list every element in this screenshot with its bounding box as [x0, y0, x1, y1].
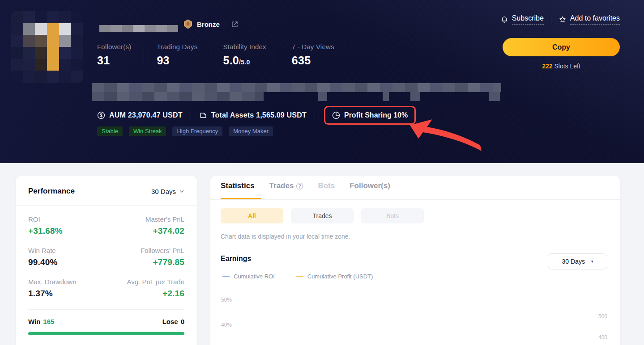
tab-trades[interactable]: Trades ?: [269, 181, 303, 190]
lose-count: Lose0: [162, 318, 184, 325]
dollar-circle-icon: [97, 111, 105, 119]
badge-label: Bronze: [197, 21, 220, 28]
left-axis-tick: 50%: [221, 297, 232, 303]
metric-masters-pnl: Master's PnL +374.02: [107, 215, 185, 236]
win-lose-row: Win165 Lose0: [28, 309, 184, 325]
external-link-icon[interactable]: [230, 20, 239, 29]
gridline: [236, 325, 595, 325]
hero-stats-row: Follower(s) 31 Trading Days 93 Stability…: [97, 43, 334, 67]
tabs-bar: Statistics Trades ? Bots Follower(s): [210, 176, 620, 200]
subscribe-button[interactable]: Subscribe: [500, 14, 544, 25]
profit-legend-swatch: [296, 276, 303, 277]
add-to-favorites-button[interactable]: Add to favorites: [559, 14, 620, 25]
filter-trades[interactable]: Trades: [291, 208, 354, 223]
trader-bio-blurred: [92, 83, 501, 101]
trader-name-blurred: [99, 18, 178, 32]
performance-title: Performance: [28, 187, 75, 196]
divider: [279, 45, 279, 65]
metric-roi: ROI +31.68%: [28, 215, 107, 236]
filter-all[interactable]: All: [221, 208, 283, 223]
divider: [191, 111, 191, 120]
aum-value: AUM 23,970.47 USDT: [97, 111, 183, 119]
tab-statistics[interactable]: Statistics: [221, 181, 255, 190]
filter-bots[interactable]: Bots: [361, 208, 424, 223]
performance-period-dropdown[interactable]: 30 Days: [151, 188, 184, 195]
metric-avg-pnl: Avg. PnL per Trade +2.16: [107, 278, 185, 299]
right-axis-tick: 400: [598, 334, 607, 341]
chevron-down-icon: [179, 189, 184, 194]
bronze-badge-icon: [183, 19, 193, 29]
timezone-note: Chart data is displayed in your local ti…: [221, 233, 620, 240]
slots-left: 222 Slots Left: [503, 63, 620, 70]
legend-cumulative-profit[interactable]: Cumulative Profit (USDT): [296, 273, 373, 280]
performance-card: Performance 30 Days ROI +31.68% Master's…: [16, 176, 197, 345]
copy-button[interactable]: Copy: [503, 38, 620, 56]
tab-followers[interactable]: Follower(s): [350, 181, 390, 190]
trader-tags: Stable Win Streak High Frequency Money M…: [97, 126, 273, 136]
question-circle-icon: ?: [296, 183, 303, 189]
win-lose-ratio-bar: [28, 332, 184, 335]
legend-cumulative-roi[interactable]: Cumulative ROI: [222, 273, 275, 280]
star-icon: [559, 16, 567, 24]
stat-stability-index: Stability Index 5.0/5.0: [223, 43, 266, 67]
assets-doc-icon: [199, 111, 207, 119]
trader-badge: Bronze: [183, 19, 239, 29]
hero-actions: Subscribe Add to favorites: [500, 14, 620, 25]
performance-metrics: ROI +31.68% Master's PnL +374.02 Win Rat…: [16, 206, 197, 299]
tag-stable: Stable: [97, 126, 123, 136]
metric-followers-pnl: Followers' PnL +779.85: [107, 247, 185, 267]
profile-hero: Bronze Follower(s) 31 Trading Days 93 St…: [0, 0, 644, 163]
right-axis-tick: 500: [598, 313, 607, 320]
divider: [210, 45, 210, 65]
metric-max-drawdown: Max. Drawdown 1.37%: [28, 278, 107, 299]
profit-sharing-label: Profit Sharing 10%: [344, 111, 408, 119]
avatar: [11, 11, 83, 83]
total-assets-value: Total Assets 1,565.09 USDT: [199, 111, 307, 119]
win-count: Win165: [28, 318, 54, 325]
roi-legend-swatch: [222, 276, 230, 277]
left-axis-tick: 40%: [221, 322, 232, 328]
tag-win-streak: Win Streak: [129, 126, 166, 136]
statistics-card: Statistics Trades ? Bots Follower(s) All…: [210, 176, 620, 345]
profit-sharing-highlight-box: Profit Sharing 10%: [324, 106, 416, 125]
stat-7day-views: 7 - Day Views 635: [292, 43, 334, 67]
bell-icon: [500, 16, 508, 24]
stat-trading-days: Trading Days 93: [157, 43, 197, 67]
tab-bots[interactable]: Bots: [318, 181, 335, 190]
gridline: [236, 300, 595, 300]
stat-followers: Follower(s) 31: [97, 43, 131, 67]
account-figures-row: AUM 23,970.47 USDT Total Assets 1,565.09…: [97, 105, 416, 126]
metric-win-rate: Win Rate 99.40%: [28, 247, 107, 267]
divider: [315, 111, 315, 120]
tag-high-frequency: High Frequency: [172, 126, 222, 136]
chart-legend: Cumulative ROI Cumulative Profit (USDT): [222, 273, 373, 280]
active-tab-indicator: [221, 198, 261, 199]
pie-chart-icon: [332, 111, 340, 119]
caret-down-icon: ▾: [591, 259, 593, 264]
chart-filter-chips: All Trades Bots: [221, 208, 620, 223]
divider: [144, 45, 144, 65]
chart-period-dropdown[interactable]: 30 Days ▾: [548, 253, 607, 269]
divider: [551, 16, 551, 24]
red-arrow-annotation: [406, 118, 485, 154]
tag-money-maker: Money Maker: [229, 126, 273, 136]
